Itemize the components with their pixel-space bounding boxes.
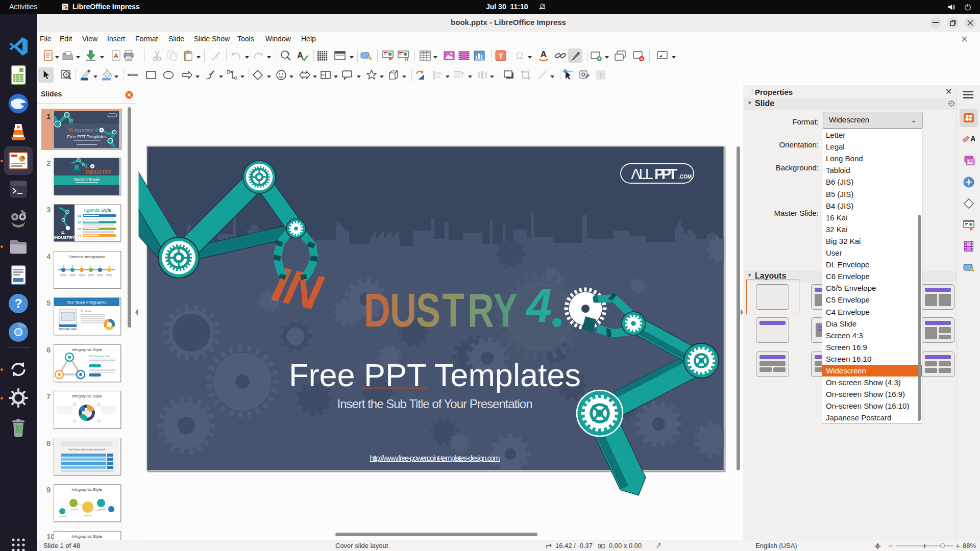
svg-text:Free PPT Templates: Free PPT Templates <box>67 134 106 139</box>
svg-text:R: R <box>468 284 494 336</box>
svg-text:PPT: PPT <box>654 166 677 182</box>
svg-text:Section Break: Section Break <box>74 177 100 182</box>
svg-text:Insert the Sub Title of Your P: Insert the Sub Title of Your Presentatio… <box>337 397 533 411</box>
svg-text:Free PPT Templates: Free PPT Templates <box>289 357 581 393</box>
svg-text:05 | Contents here: 05 | Contents here <box>89 355 110 358</box>
svg-text:4: 4 <box>525 278 552 333</box>
svg-text:Ω: Ω <box>516 50 524 61</box>
svg-text:?: ? <box>15 296 22 310</box>
svg-text:.COM: .COM <box>678 174 692 180</box>
svg-text:4.: 4. <box>61 230 65 235</box>
svg-text:ΛLL: ΛLL <box>631 166 653 182</box>
svg-text:DUSTRY: DUSTRY <box>75 128 93 133</box>
svg-text:Dr. Smith: Dr. Smith <box>81 310 91 313</box>
svg-text:MICHAEL DEO: MICHAEL DEO <box>59 328 77 331</box>
svg-text:A: A <box>114 52 119 60</box>
svg-text:T: T <box>498 52 503 60</box>
svg-text:Y: Y <box>493 284 518 336</box>
svg-text:T: T <box>442 284 464 336</box>
svg-text:01: 01 <box>78 214 81 217</box>
svg-text:03: 03 <box>78 228 81 231</box>
svg-text:Infographic Style: Infographic Style <box>71 347 102 352</box>
svg-text:Timeline Infographic: Timeline Infographic <box>68 255 105 259</box>
svg-text:Agenda: Agenda <box>84 208 100 213</box>
svg-text:Infographic Style: Infographic Style <box>71 487 102 492</box>
svg-text:S: S <box>416 284 440 336</box>
svg-text:A: A <box>541 49 547 59</box>
svg-text:Style: Style <box>101 208 111 213</box>
svg-text:U: U <box>390 284 416 336</box>
svg-text:4: 4 <box>94 128 98 133</box>
svg-text:http://www.free-powerpoint-tem: http://www.free-powerpoint-templates-des… <box>370 454 500 462</box>
svg-text:Infographic Style: Infographic Style <box>71 534 102 539</box>
svg-text:Our Team Infographic: Our Team Infographic <box>67 300 107 305</box>
svg-text:04: 04 <box>78 234 81 237</box>
svg-text:You Foster New smile work back: You Foster New smile work back <box>68 448 106 451</box>
svg-text:4.: 4. <box>84 164 89 169</box>
svg-text:D: D <box>364 284 390 336</box>
svg-text:02: 02 <box>78 221 81 224</box>
svg-text:INDUSTRY: INDUSTRY <box>54 235 75 240</box>
svg-text:A: A <box>970 134 975 143</box>
svg-text:Infographic Style: Infographic Style <box>71 394 102 398</box>
svg-text:INDUSTRY: INDUSTRY <box>86 169 112 175</box>
